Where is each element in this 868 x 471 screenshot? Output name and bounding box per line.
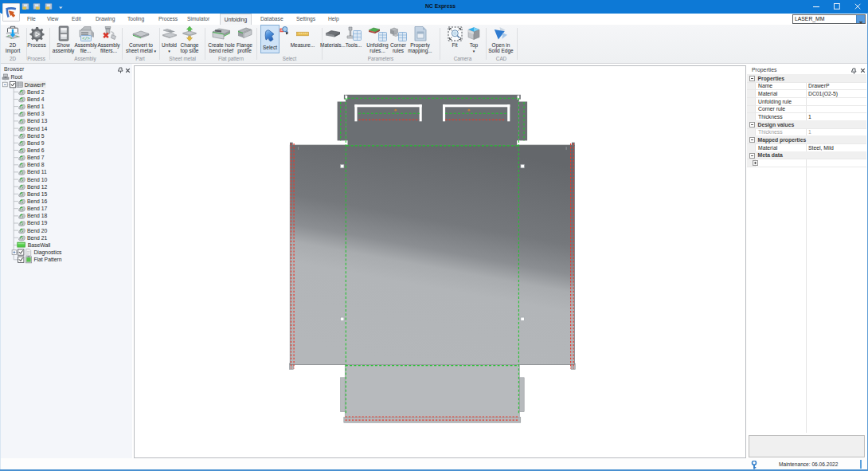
svg-text:Bend 13: Bend 13 — [27, 118, 48, 124]
svg-text:Bend 16: Bend 16 — [27, 198, 48, 204]
svg-text:Bend 2: Bend 2 — [27, 89, 45, 95]
svg-text:Bend 6: Bend 6 — [27, 147, 45, 153]
svg-text:Bend 1: Bend 1 — [27, 104, 45, 109]
svg-text:Bend 18: Bend 18 — [27, 213, 48, 218]
svg-text:Bend 21: Bend 21 — [27, 235, 48, 241]
svg-text:</>: </> — [82, 37, 90, 41]
svg-text:Bend 15: Bend 15 — [27, 191, 48, 197]
svg-text:Bend 12: Bend 12 — [27, 184, 48, 190]
svg-text:Root: Root — [11, 74, 22, 80]
svg-text:BaseWall: BaseWall — [28, 242, 51, 248]
svg-text:Bend 4: Bend 4 — [27, 96, 45, 102]
svg-text:Bend 9: Bend 9 — [27, 140, 45, 146]
svg-text:Bend 11: Bend 11 — [27, 169, 47, 175]
svg-text:Bend 19: Bend 19 — [27, 220, 48, 226]
svg-text:Bend 20: Bend 20 — [27, 228, 48, 234]
svg-text:DrawerP: DrawerP — [25, 82, 46, 88]
svg-text:Bend 10: Bend 10 — [27, 177, 48, 183]
svg-text:Bend 7: Bend 7 — [27, 155, 45, 160]
svg-text:Bend 14: Bend 14 — [27, 126, 48, 131]
svg-text:Bend 5: Bend 5 — [27, 133, 45, 139]
svg-text:Flat Pattern: Flat Pattern — [33, 257, 61, 262]
svg-text:Bend 17: Bend 17 — [27, 206, 48, 211]
svg-text:Bend 8: Bend 8 — [27, 162, 45, 167]
svg-text:Diagnostics: Diagnostics — [33, 249, 62, 256]
svg-text:Bend 3: Bend 3 — [27, 111, 45, 116]
